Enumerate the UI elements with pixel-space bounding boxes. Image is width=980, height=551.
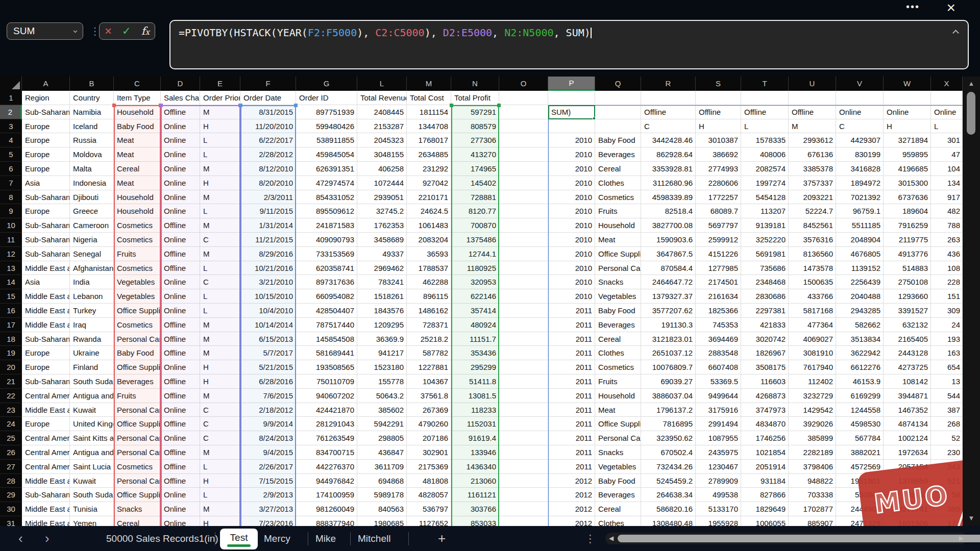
cell-P20[interactable]: 2011	[548, 360, 595, 374]
cell-D25[interactable]: Online	[161, 431, 200, 445]
cell-L26[interactable]: 436847	[357, 445, 407, 460]
cell-B6[interactable]: Malta	[70, 162, 114, 176]
column-header-N[interactable]: N	[451, 77, 499, 91]
cell-A13[interactable]: Middle East and North Africa	[22, 261, 70, 276]
cell-S1[interactable]	[696, 91, 741, 105]
cell-W13[interactable]: 514883	[884, 261, 931, 276]
cell-M21[interactable]: 104367	[407, 374, 451, 389]
cell-S19[interactable]: 2883548	[696, 346, 741, 360]
cell-D22[interactable]: Offline	[161, 389, 200, 403]
cell-X18[interactable]: 193	[931, 332, 963, 346]
cell-W2[interactable]: Online	[884, 105, 931, 119]
cell-B5[interactable]: Moldova	[70, 147, 114, 162]
cell-A2[interactable]: Sub-Saharan Africa	[22, 105, 70, 119]
cell-E20[interactable]: H	[200, 360, 240, 374]
cell-C29[interactable]: Office Supplies	[114, 488, 161, 502]
cell-V19[interactable]: 3622942	[836, 346, 884, 360]
cell-P11[interactable]: 2010	[548, 233, 595, 247]
cell-A21[interactable]: Sub-Saharan Africa	[22, 374, 70, 389]
cell-X4[interactable]: 301	[931, 133, 963, 147]
cell-S8[interactable]: 1772257	[696, 190, 741, 205]
cell-D4[interactable]: Online	[161, 133, 200, 147]
row-header-12[interactable]: 12	[0, 247, 22, 261]
cell-V3[interactable]: C	[836, 119, 884, 134]
cell-X13[interactable]: 108	[931, 261, 963, 276]
cell-E25[interactable]: C	[200, 431, 240, 445]
select-all-corner[interactable]	[0, 77, 22, 91]
cell-T13[interactable]: 735686	[741, 261, 789, 276]
cell-B7[interactable]: Indonesia	[70, 176, 114, 190]
cell-P28[interactable]: 2012	[548, 474, 595, 488]
cell-R11[interactable]: 1590903.6	[641, 233, 696, 247]
cell-O7[interactable]	[499, 176, 548, 190]
cell-F21[interactable]: 6/28/2016	[240, 374, 296, 389]
cell-N29[interactable]: 1161121	[451, 488, 499, 502]
row-header-15[interactable]: 15	[0, 289, 22, 304]
cell-Q15[interactable]: Vegetables	[595, 289, 641, 304]
cell-L14[interactable]: 783241	[357, 275, 407, 289]
cell-R17[interactable]: 191130.3	[641, 318, 696, 332]
cell-P30[interactable]: 2012	[548, 502, 595, 516]
cell-X9[interactable]: 482	[931, 204, 963, 218]
cell-E18[interactable]: M	[200, 332, 240, 346]
cell-W20[interactable]: 4273725	[884, 360, 931, 374]
cell-P27[interactable]: 2011	[548, 460, 595, 474]
cell-M24[interactable]: 4790260	[407, 417, 451, 431]
cell-R5[interactable]: 862928.64	[641, 147, 696, 162]
cell-W22[interactable]: 3944871	[884, 389, 931, 403]
sheet-nav-prev-icon[interactable]: ‹	[18, 528, 23, 548]
cell-X25[interactable]: 52	[931, 431, 963, 445]
cell-B30[interactable]: Tunisia	[70, 502, 114, 516]
cell-Q21[interactable]: Fruits	[595, 374, 641, 389]
row-header-11[interactable]: 11	[0, 233, 22, 247]
row-header-10[interactable]: 10	[0, 218, 22, 233]
cell-D11[interactable]: Online	[161, 233, 200, 247]
cell-M8[interactable]: 2210171	[407, 190, 451, 205]
cell-U26[interactable]: 2282189	[789, 445, 836, 460]
cell-C24[interactable]: Office Supplies	[114, 417, 161, 431]
cell-V10[interactable]: 5511185	[836, 218, 884, 233]
cell-X16[interactable]: 309	[931, 304, 963, 318]
cell-R6[interactable]: 3353928.81	[641, 162, 696, 176]
column-header-S[interactable]: S	[696, 77, 741, 91]
cell-G22[interactable]: 940607202	[296, 389, 357, 403]
cell-D12[interactable]: Offline	[161, 247, 200, 261]
cell-X8[interactable]: 917	[931, 190, 963, 205]
cell-U8[interactable]: 2093221	[789, 190, 836, 205]
cell-D30[interactable]: Online	[161, 502, 200, 516]
cell-O29[interactable]	[499, 488, 548, 502]
cell-G16[interactable]: 428504407	[296, 304, 357, 318]
cell-S10[interactable]: 5697797	[696, 218, 741, 233]
cell-A18[interactable]: Sub-Saharan Africa	[22, 332, 70, 346]
cell-M7[interactable]: 927042	[407, 176, 451, 190]
cell-C26[interactable]: Personal Care	[114, 445, 161, 460]
cell-A5[interactable]: Europe	[22, 147, 70, 162]
cell-B16[interactable]: Turkey	[70, 304, 114, 318]
cell-N31[interactable]: 853033	[451, 516, 499, 526]
cell-B13[interactable]: Afghanistan	[70, 261, 114, 276]
cell-P29[interactable]: 2012	[548, 488, 595, 502]
cell-B31[interactable]: Yemen	[70, 516, 114, 526]
cell-L16[interactable]: 1843576	[357, 304, 407, 318]
cell-T22[interactable]: 4268873	[741, 389, 789, 403]
cell-W24[interactable]: 4874134	[884, 417, 931, 431]
cell-N2[interactable]: 597291	[451, 105, 499, 119]
cell-G23[interactable]: 424421870	[296, 403, 357, 417]
cell-O27[interactable]	[499, 460, 548, 474]
cell-A26[interactable]: Central America and the Caribbean	[22, 445, 70, 460]
cell-F2[interactable]: 8/31/2015	[240, 105, 296, 119]
row-header-27[interactable]: 27	[0, 460, 22, 474]
cell-E19[interactable]: M	[200, 346, 240, 360]
window-close-icon[interactable]: ×	[946, 0, 955, 16]
cell-S2[interactable]: Offline	[696, 105, 741, 119]
cell-T15[interactable]: 2830686	[741, 289, 789, 304]
cell-B11[interactable]: Nigeria	[70, 233, 114, 247]
cell-S6[interactable]: 2774993	[696, 162, 741, 176]
cell-L11[interactable]: 3458689	[357, 233, 407, 247]
cell-F29[interactable]: 2/9/2013	[240, 488, 296, 502]
cell-B24[interactable]: United Kingdom	[70, 417, 114, 431]
scroll-up-icon[interactable]: ▲	[963, 80, 980, 87]
cell-X15[interactable]: 151	[931, 289, 963, 304]
cell-N25[interactable]: 91619.4	[451, 431, 499, 445]
cell-D20[interactable]: Online	[161, 360, 200, 374]
